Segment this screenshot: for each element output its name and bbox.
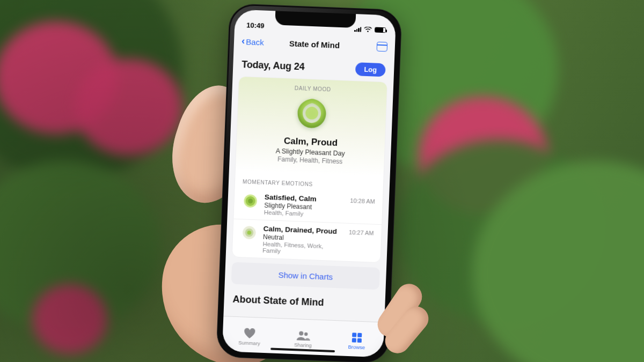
tab-label: Browse bbox=[348, 344, 365, 350]
svg-point-6 bbox=[304, 332, 308, 336]
status-time: 10:49 bbox=[246, 21, 265, 29]
back-button[interactable]: ‹ Back bbox=[241, 36, 264, 47]
svg-rect-7 bbox=[352, 333, 356, 337]
date-heading: Today, Aug 24 bbox=[241, 59, 305, 72]
heart-icon bbox=[244, 327, 256, 339]
entry-tags: Health, Fitness, Work, Family bbox=[262, 241, 343, 257]
svg-point-5 bbox=[299, 331, 303, 335]
mood-flower-icon bbox=[240, 224, 258, 241]
content-area: Today, Aug 24 Log DAILY MOOD bbox=[224, 50, 394, 311]
battery-icon bbox=[375, 27, 386, 33]
calendar-button[interactable] bbox=[377, 42, 388, 52]
tab-bar: Summary Sharing Browse bbox=[222, 316, 384, 357]
tab-label: Sharing bbox=[294, 342, 312, 348]
mood-flower-icon bbox=[294, 95, 330, 132]
svg-rect-10 bbox=[357, 338, 362, 342]
screen: 10:49 ‹ Back State of Mind Tod bbox=[222, 9, 396, 357]
people-icon bbox=[296, 329, 311, 342]
entry-time: 10:27 AM bbox=[349, 228, 374, 237]
daily-mood-card[interactable]: DAILY MOOD bbox=[232, 77, 387, 263]
svg-rect-8 bbox=[357, 333, 362, 337]
entry-time: 10:28 AM bbox=[350, 196, 375, 205]
cellular-icon bbox=[354, 26, 361, 32]
mood-flower-icon bbox=[241, 192, 259, 210]
iphone-device: 10:49 ‹ Back State of Mind Tod bbox=[216, 3, 402, 362]
grid-icon bbox=[352, 331, 363, 344]
momentary-entry[interactable]: Calm, Drained, Proud Neutral Health, Fit… bbox=[232, 219, 382, 263]
tab-browse[interactable]: Browse bbox=[330, 321, 384, 358]
log-button[interactable]: Log bbox=[355, 62, 386, 77]
tab-summary[interactable]: Summary bbox=[222, 316, 277, 353]
back-label: Back bbox=[246, 37, 264, 47]
tab-label: Summary bbox=[238, 339, 260, 346]
momentary-entry[interactable]: Satisfied, Calm Slightly Pleasant Health… bbox=[233, 188, 383, 225]
svg-rect-9 bbox=[352, 338, 356, 342]
wifi-icon bbox=[364, 26, 372, 33]
